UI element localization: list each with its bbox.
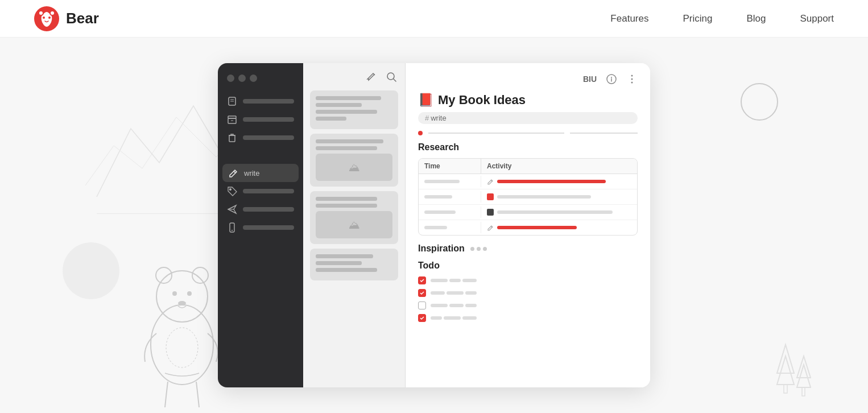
todo-line — [462, 316, 477, 320]
checkbox-4[interactable] — [418, 314, 426, 322]
sidebar-item-notes[interactable] — [218, 92, 303, 110]
checkbox-2[interactable] — [418, 289, 426, 297]
table-row-3 — [419, 205, 637, 220]
image-placeholder-icon-2: ⛰ — [349, 218, 360, 232]
tag-label: write — [431, 114, 446, 122]
tag-pill[interactable]: # write — [418, 112, 638, 124]
search-icon[interactable] — [386, 71, 397, 82]
svg-marker-15 — [777, 356, 794, 385]
list-toolbar — [310, 71, 398, 88]
image-placeholder-icon: ⛰ — [349, 161, 360, 174]
svg-rect-17 — [784, 385, 787, 393]
sidebar-item-write[interactable]: write — [222, 164, 299, 182]
td-time-4 — [419, 222, 481, 233]
sidebar-line-trash — [243, 135, 294, 140]
tag-icon — [227, 186, 237, 196]
list-card-3[interactable]: ⛰ — [310, 191, 398, 244]
sidebar-item-tag3[interactable] — [218, 218, 303, 237]
sidebar-item-trash[interactable] — [218, 129, 303, 147]
list-card-line — [316, 139, 383, 143]
check-icon-4 — [419, 315, 425, 321]
svg-point-31 — [232, 230, 233, 231]
navbar: Bear Features Pricing Blog Support — [0, 0, 868, 38]
svg-point-9 — [156, 267, 172, 283]
td-activity-line-3 — [497, 210, 613, 214]
sidebar-item-archive[interactable] — [218, 110, 303, 129]
todo-line — [447, 291, 464, 295]
todo-line — [449, 279, 461, 282]
todo-row-1 — [418, 276, 638, 284]
todo-line — [431, 316, 442, 320]
td-activity-line-4 — [497, 226, 577, 229]
activity-cell-1 — [487, 178, 631, 185]
nav-link-support[interactable]: Support — [800, 13, 834, 24]
list-card-line — [316, 117, 346, 121]
todo-heading: Todo — [418, 261, 638, 271]
sidebar-item-write-label: write — [244, 169, 259, 177]
dark-sq-icon — [487, 209, 494, 216]
bear-logo-icon — [34, 6, 59, 31]
list-card-line — [316, 103, 362, 107]
svg-point-8 — [156, 271, 208, 322]
nav-links: Features Pricing Blog Support — [610, 13, 834, 24]
svg-rect-27 — [229, 135, 235, 142]
list-card-4[interactable] — [310, 249, 398, 280]
todo-row-2 — [418, 289, 638, 297]
svg-point-14 — [166, 328, 198, 367]
table-row-2 — [419, 189, 637, 205]
todo-line — [431, 304, 448, 307]
window-dot-3 — [250, 75, 257, 82]
svg-rect-25 — [228, 116, 236, 118]
biu-button[interactable]: BIU — [583, 75, 597, 84]
info-icon[interactable] — [606, 73, 617, 85]
table-row-1 — [419, 174, 637, 189]
research-table: Time Activity — [418, 158, 638, 236]
list-card-line — [316, 204, 377, 208]
td-activity-1 — [481, 174, 637, 189]
window-dot-1 — [227, 75, 234, 82]
svg-point-7 — [151, 305, 213, 385]
archive-icon — [227, 114, 237, 125]
td-time-line-2 — [424, 195, 452, 199]
td-activity-line-1 — [497, 180, 606, 183]
td-time-2 — [419, 191, 481, 203]
note-icon — [227, 96, 237, 106]
list-card-2[interactable]: ⛰ — [310, 134, 398, 187]
inspiration-heading: Inspiration — [418, 243, 465, 254]
sidebar-line-notes — [243, 99, 294, 104]
sidebar-line-archive — [243, 117, 294, 122]
plane-icon — [227, 204, 237, 214]
list-card-image: ⛰ — [316, 154, 392, 181]
main-content: write — [0, 38, 868, 413]
svg-point-36 — [611, 77, 612, 78]
list-card-1[interactable] — [310, 90, 398, 129]
red-dot — [418, 131, 423, 135]
nav-link-pricing[interactable]: Pricing — [683, 13, 712, 24]
todo-line — [449, 304, 464, 307]
svg-line-33 — [394, 79, 396, 81]
checkbox-3[interactable] — [418, 302, 426, 309]
activity-cell-2 — [487, 193, 631, 200]
list-card-line — [316, 146, 377, 150]
sidebar-item-tag1[interactable] — [218, 182, 303, 200]
logo-area: Bear — [34, 6, 99, 31]
inspiration-dots[interactable] — [470, 247, 487, 251]
more-icon[interactable] — [626, 73, 638, 85]
nav-link-features[interactable]: Features — [610, 13, 648, 24]
editor-toolbar: BIU — [418, 73, 638, 85]
sidebar-item-tag2[interactable] — [218, 200, 303, 218]
insp-dot-1 — [470, 247, 474, 251]
compose-icon[interactable] — [366, 71, 378, 82]
svg-point-38 — [631, 79, 633, 80]
sidebar-line-tag2 — [243, 207, 294, 212]
todo-row-3 — [418, 302, 638, 309]
todo-row-4 — [418, 314, 638, 322]
td-time-1 — [419, 176, 481, 187]
deco-circle-right — [741, 83, 778, 121]
svg-marker-16 — [777, 345, 794, 373]
todo-lines-1 — [431, 279, 477, 282]
checkbox-1[interactable] — [418, 276, 426, 284]
svg-rect-20 — [802, 387, 805, 396]
nav-link-blog[interactable]: Blog — [746, 13, 766, 24]
td-activity-2 — [481, 189, 637, 204]
